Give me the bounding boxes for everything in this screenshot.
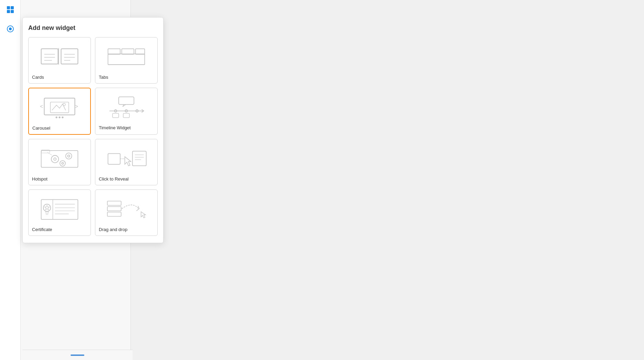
widget-item-drag-and-drop[interactable]: Drag and drop: [95, 189, 158, 236]
timeline-label: Timeline Widget: [99, 125, 131, 130]
svg-point-36: [54, 158, 56, 160]
panel-title: Add new widget: [28, 24, 158, 32]
widget-item-cards[interactable]: Cards: [28, 37, 91, 84]
svg-rect-19: [44, 98, 75, 115]
svg-rect-6: [41, 49, 58, 64]
carousel-icon-area: < >: [32, 92, 87, 123]
click-to-reveal-label: Click to Reveal: [99, 176, 129, 182]
certificate-label: Certificate: [32, 227, 52, 232]
hotspot-icon: [32, 144, 87, 172]
tabs-label: Tabs: [99, 75, 108, 80]
hotspot-icon-area: [32, 143, 87, 174]
svg-rect-62: [107, 212, 121, 216]
svg-point-37: [66, 153, 72, 159]
timeline-icon: [99, 93, 154, 121]
svg-point-25: [59, 117, 60, 118]
svg-point-21: [63, 103, 65, 106]
svg-rect-7: [61, 49, 78, 64]
svg-point-24: [55, 117, 57, 118]
record-icon[interactable]: [4, 23, 17, 35]
svg-rect-32: [113, 113, 119, 118]
svg-marker-44: [125, 157, 131, 166]
svg-line-55: [47, 211, 48, 215]
widget-item-tabs[interactable]: Tabs: [95, 37, 158, 84]
cards-icon-area: [32, 41, 87, 72]
svg-rect-60: [107, 201, 121, 205]
widget-panel: Add new widget: [22, 17, 163, 243]
svg-point-38: [68, 155, 70, 157]
svg-rect-50: [41, 199, 78, 219]
certificate-icon-area: [32, 193, 87, 224]
svg-rect-3: [11, 10, 14, 13]
drag-drop-icon: [99, 195, 154, 222]
svg-line-54: [46, 211, 46, 215]
widget-grid: Cards Tabs: [28, 37, 158, 236]
svg-rect-43: [108, 154, 120, 164]
svg-point-26: [62, 117, 63, 118]
carousel-icon: < >: [32, 94, 87, 121]
svg-marker-53: [44, 205, 49, 210]
sidebar: [0, 0, 21, 360]
widget-item-hotspot[interactable]: Hotspot: [28, 139, 91, 185]
svg-point-35: [51, 155, 59, 163]
svg-text:<: <: [40, 103, 43, 109]
widget-item-timeline[interactable]: Timeline Widget: [95, 88, 158, 135]
svg-rect-2: [7, 10, 10, 13]
cards-icon: [32, 43, 87, 70]
widget-item-certificate[interactable]: Certificate: [28, 189, 91, 236]
widget-item-carousel[interactable]: < > Carousel: [28, 88, 91, 135]
drag-drop-icon-area: [99, 193, 154, 224]
svg-rect-0: [7, 6, 10, 9]
cards-label: Cards: [32, 75, 44, 80]
drag-drop-label: Drag and drop: [99, 227, 127, 232]
timeline-icon-area: [99, 91, 154, 122]
svg-rect-15: [108, 49, 120, 54]
tabs-icon: [99, 43, 154, 70]
click-to-reveal-icon: [99, 144, 154, 172]
svg-rect-18: [108, 54, 145, 65]
svg-rect-17: [136, 49, 145, 54]
widget-item-click-to-reveal[interactable]: Click to Reveal: [95, 139, 158, 185]
tabs-icon-area: [99, 41, 154, 72]
svg-text:>: >: [75, 103, 78, 109]
svg-rect-16: [122, 49, 134, 54]
carousel-label: Carousel: [32, 126, 50, 131]
certificate-icon: [32, 195, 87, 222]
svg-rect-20: [50, 102, 68, 113]
bottom-bar: [22, 350, 133, 360]
bottom-indicator: [71, 354, 84, 356]
svg-rect-33: [123, 113, 129, 118]
svg-point-40: [62, 162, 63, 164]
svg-point-5: [9, 28, 12, 30]
svg-point-39: [60, 161, 65, 166]
svg-rect-27: [119, 97, 134, 105]
click-to-reveal-icon-area: [99, 143, 154, 174]
hotspot-label: Hotspot: [32, 176, 47, 182]
apps-icon[interactable]: [4, 3, 17, 16]
svg-marker-63: [141, 212, 146, 218]
svg-rect-46: [133, 151, 146, 166]
svg-rect-61: [107, 207, 121, 211]
svg-rect-1: [11, 6, 14, 9]
